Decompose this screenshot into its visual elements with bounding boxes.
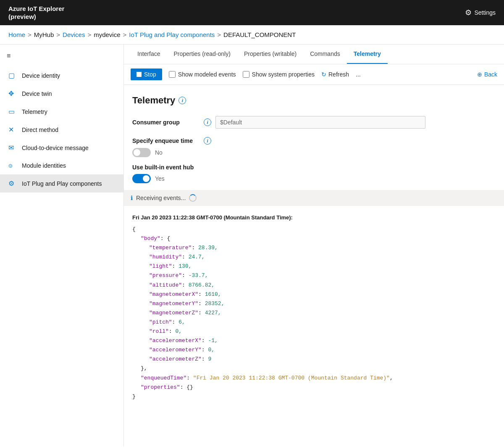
enqueue-label: Specify enqueue time: [132, 137, 200, 144]
builtin-hub-label-row: Use built-in event hub: [132, 164, 496, 171]
sidebar: ≡ ▢ Device identity ✥ Device twin ▭ Tele…: [0, 45, 124, 446]
tab-telemetry[interactable]: Telemetry: [347, 45, 388, 64]
event-timestamp: Fri Jan 20 2023 11:22:38 GMT-0700 (Mount…: [132, 214, 496, 221]
enqueue-toggle[interactable]: [132, 148, 151, 157]
json-open: {: [132, 225, 496, 234]
tab-properties-write[interactable]: Properties (writable): [237, 45, 303, 64]
builtin-hub-label: Use built-in event hub: [132, 164, 194, 171]
json-pressure: "pressure": -33.7,: [132, 271, 496, 280]
sidebar-item-telemetry[interactable]: ▭ Telemetry: [0, 103, 123, 121]
show-system-properties-checkbox[interactable]: Show system properties: [243, 71, 315, 78]
json-magnetometerX: "magnetometerX": 1610,: [132, 290, 496, 299]
json-properties: "properties": {}: [132, 383, 496, 392]
enqueue-toggle-slider: [132, 148, 151, 157]
show-modeled-events-checkbox[interactable]: Show modeled events: [169, 71, 236, 78]
refresh-button[interactable]: ↻ Refresh: [321, 71, 349, 78]
breadcrumb-hub: MyHub: [34, 31, 54, 38]
enqueue-info-icon[interactable]: i: [204, 137, 211, 145]
settings-icon: ⚙: [465, 8, 472, 17]
refresh-label: Refresh: [328, 71, 349, 78]
refresh-icon: ↻: [321, 71, 326, 78]
breadcrumb: Home > MyHub > Devices > mydevice > IoT …: [0, 25, 504, 45]
enqueue-toggle-row: No: [132, 148, 496, 157]
telemetry-info-icon[interactable]: i: [178, 97, 186, 104]
cloud-message-icon: ✉: [8, 144, 17, 152]
sidebar-item-label: Device twin: [22, 90, 52, 97]
json-pitch: "pitch": 6,: [132, 318, 496, 327]
back-label: Back: [484, 71, 497, 78]
app-title: Azure IoT Explorer(preview): [8, 5, 64, 21]
telemetry-icon: ▭: [8, 108, 17, 116]
tab-commands[interactable]: Commands: [303, 45, 347, 64]
iot-plug-icon: ⚙: [8, 179, 17, 187]
consumer-group-info-icon[interactable]: i: [204, 119, 211, 126]
receiving-spinner: [189, 194, 197, 202]
breadcrumb-sep-5: >: [217, 31, 221, 38]
tabs-bar: Interface Properties (read-only) Propert…: [124, 45, 504, 64]
enqueue-time-row: Specify enqueue time i: [132, 137, 496, 145]
sidebar-item-label: IoT Plug and Play components: [22, 180, 102, 187]
consumer-group-label: Consumer group: [132, 119, 200, 126]
json-magnetometerZ: "magnetometerZ": 4227,: [132, 308, 496, 318]
top-bar: Azure IoT Explorer(preview) ⚙ Settings: [0, 0, 504, 25]
consumer-group-input[interactable]: [215, 116, 425, 129]
back-icon: ⊕: [477, 71, 482, 78]
builtin-hub-toggle-slider: [132, 174, 151, 183]
sidebar-item-label: Telemetry: [22, 108, 47, 115]
json-close: }: [132, 392, 496, 401]
direct-method-icon: ✕: [8, 126, 17, 134]
module-identities-icon: ⌾: [8, 162, 17, 169]
enqueue-toggle-text: No: [155, 149, 163, 156]
tab-interface[interactable]: Interface: [131, 45, 167, 64]
builtin-hub-toggle[interactable]: [132, 174, 151, 183]
builtin-hub-toggle-text: Yes: [155, 175, 165, 182]
back-button[interactable]: ⊕ Back: [477, 71, 497, 78]
receiving-text: Receiving events...: [136, 195, 186, 201]
breadcrumb-iot-plug[interactable]: IoT Plug and Play components: [129, 31, 215, 38]
event-section: Fri Jan 20 2023 11:22:38 GMT-0700 (Mount…: [132, 214, 496, 401]
more-button[interactable]: ...: [356, 71, 361, 78]
breadcrumb-sep-1: >: [28, 31, 32, 38]
settings-button[interactable]: ⚙ Settings: [465, 8, 496, 17]
json-accelerometerY: "accelerometerY": 0,: [132, 345, 496, 355]
content-area: Interface Properties (read-only) Propert…: [124, 45, 504, 446]
json-accelerometerX: "accelerometerX": -1,: [132, 336, 496, 345]
stop-button[interactable]: Stop: [131, 69, 162, 80]
sidebar-item-iot-plug[interactable]: ⚙ IoT Plug and Play components: [0, 174, 123, 192]
sidebar-item-device-identity[interactable]: ▢ Device identity: [0, 66, 123, 84]
sidebar-item-direct-method[interactable]: ✕ Direct method: [0, 121, 123, 139]
sidebar-item-label: Cloud-to-device message: [22, 145, 89, 151]
json-temperature: "temperature": 28.39,: [132, 243, 496, 253]
sidebar-item-module-identities[interactable]: ⌾ Module identities: [0, 157, 123, 174]
device-twin-icon: ✥: [8, 90, 17, 98]
breadcrumb-sep-4: >: [123, 31, 127, 38]
json-body-key: "body": {: [132, 234, 496, 243]
json-body-close: },: [132, 364, 496, 373]
page-title: Telemetry i: [132, 95, 496, 106]
hamburger-icon[interactable]: ≡: [0, 49, 123, 66]
breadcrumb-sep-2: >: [56, 31, 60, 38]
breadcrumb-home[interactable]: Home: [8, 31, 25, 38]
toolbar: Stop Show modeled events Show system pro…: [124, 64, 504, 85]
breadcrumb-current: DEFAULT_COMPONENT: [223, 31, 296, 38]
receiving-info-icon: ℹ: [131, 195, 133, 201]
sidebar-item-cloud-message[interactable]: ✉ Cloud-to-device message: [0, 139, 123, 157]
show-modeled-checkbox-input[interactable]: [169, 71, 176, 78]
settings-label: Settings: [474, 9, 496, 16]
json-altitude: "altitude": 8766.82,: [132, 281, 496, 290]
show-modeled-label: Show modeled events: [178, 71, 236, 78]
sidebar-item-device-twin[interactable]: ✥ Device twin: [0, 84, 123, 103]
json-magnetometerY: "magnetometerY": 28352,: [132, 299, 496, 308]
title-text: Telemetry: [132, 95, 175, 106]
main-content: Telemetry i Consumer group i Specify enq…: [124, 85, 504, 411]
device-identity-icon: ▢: [8, 71, 17, 79]
receiving-bar: ℹ Receiving events...: [124, 190, 504, 206]
json-accelerometerZ: "accelerometerZ": 9: [132, 355, 496, 364]
json-enqueuedTime: "enqueuedTime": "Fri Jan 20 2023 11:22:3…: [132, 374, 496, 383]
breadcrumb-device: mydevice: [94, 31, 120, 38]
consumer-group-row: Consumer group i: [132, 116, 496, 129]
show-system-label: Show system properties: [252, 71, 315, 78]
tab-properties-read[interactable]: Properties (read-only): [167, 45, 237, 64]
breadcrumb-devices[interactable]: Devices: [63, 31, 85, 38]
show-system-checkbox-input[interactable]: [243, 71, 249, 78]
